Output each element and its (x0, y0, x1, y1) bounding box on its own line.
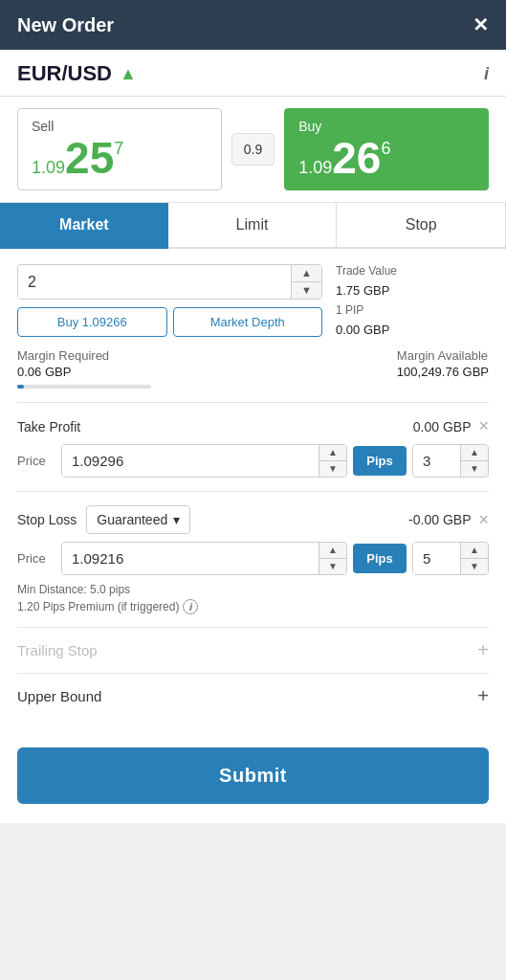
stop-loss-section: Stop Loss Guaranteed ▾ -0.00 GBP × Price… (17, 505, 489, 615)
trailing-stop-add-icon[interactable]: + (477, 639, 489, 661)
stop-loss-value: -0.00 GBP (408, 512, 471, 527)
tp-price-up-button[interactable]: ▲ (319, 445, 346, 461)
upper-bound-add-icon[interactable]: + (477, 685, 489, 707)
separator-2 (17, 491, 489, 492)
tp-pips-down-button[interactable]: ▼ (461, 461, 488, 477)
pair-trend-icon: ▲ (120, 64, 137, 84)
stop-loss-type-dropdown[interactable]: Guaranteed ▾ (86, 505, 190, 534)
take-profit-section: Take Profit 0.00 GBP × Price ▲ ▼ Pips (17, 416, 489, 478)
quantity-buttons: Buy 1.09266 Market Depth (17, 307, 322, 337)
margin-available-label: Margin Available (397, 348, 489, 363)
quantity-down-button[interactable]: ▼ (292, 282, 321, 299)
buy-prefix: 1.09 (298, 159, 332, 176)
margin-required-label: Margin Required (17, 348, 151, 363)
tp-pips-input[interactable] (413, 445, 460, 477)
modal-header: New Order ✕ (0, 0, 506, 50)
modal-title: New Order (17, 14, 114, 36)
spread-box: 0.9 (231, 133, 275, 166)
trade-info: Trade Value 1.75 GBP 1 PIP 0.00 GBP (336, 264, 489, 337)
sl-pips-button[interactable]: Pips (353, 544, 407, 573)
sl-pips-value-wrap: ▲ ▼ (412, 542, 489, 575)
tp-price-down-button[interactable]: ▼ (319, 461, 346, 477)
upper-bound-label: Upper Bound (17, 688, 101, 704)
info-icon[interactable]: i (484, 64, 489, 84)
quantity-stepper: ▲ ▼ (291, 265, 321, 299)
margin-available-value: 100,249.76 GBP (397, 365, 489, 379)
order-type-tabs: Market Limit Stop (0, 203, 506, 249)
take-profit-header-right: 0.00 GBP × (413, 416, 489, 436)
quantity-input[interactable] (18, 266, 291, 299)
quantity-section: ▲ ▼ Buy 1.09266 Market Depth (17, 264, 322, 337)
stop-loss-close-icon[interactable]: × (478, 510, 489, 530)
buy-price-box[interactable]: Buy 1.09 26 6 (284, 108, 489, 190)
stop-loss-header: Stop Loss Guaranteed ▾ -0.00 GBP × (17, 505, 489, 534)
tab-limit[interactable]: Limit (168, 203, 338, 249)
close-button[interactable]: ✕ (473, 13, 489, 36)
take-profit-header: Take Profit 0.00 GBP × (17, 416, 489, 436)
new-order-modal: New Order ✕ EUR/USD ▲ i Sell 1.09 25 7 0… (0, 0, 506, 823)
quantity-input-row: ▲ ▼ (17, 264, 322, 300)
upper-bound-row: Upper Bound + (17, 673, 489, 719)
sell-price-box[interactable]: Sell 1.09 25 7 (17, 108, 222, 190)
take-profit-close-icon[interactable]: × (478, 416, 489, 436)
sell-price-value: 1.09 25 7 (32, 136, 208, 180)
tp-price-input[interactable] (62, 445, 319, 477)
stop-loss-type-value: Guaranteed (97, 512, 167, 527)
sell-main: 25 (65, 136, 114, 180)
submit-area: Submit (0, 734, 506, 823)
sl-pips-stepper: ▲ ▼ (460, 543, 488, 574)
margin-available-section: Margin Available 100,249.76 GBP (397, 348, 489, 379)
take-profit-inputs: Price ▲ ▼ Pips ▲ ▼ (17, 444, 489, 478)
tab-stop[interactable]: Stop (337, 203, 506, 249)
margin-row: Margin Required 0.06 GBP Margin Availabl… (17, 348, 489, 389)
sl-price-down-button[interactable]: ▼ (319, 559, 346, 574)
sl-price-stepper: ▲ ▼ (319, 543, 346, 574)
sl-price-input-wrap: ▲ ▼ (61, 542, 347, 575)
buy-suffix: 6 (381, 140, 390, 157)
pair-row: EUR/USD ▲ i (0, 50, 506, 97)
take-profit-label: Take Profit (17, 419, 80, 434)
stop-loss-header-right: -0.00 GBP × (408, 510, 489, 530)
tp-price-label: Price (17, 454, 55, 468)
tab-market[interactable]: Market (0, 203, 168, 249)
sell-suffix: 7 (114, 140, 123, 157)
buy-price-button[interactable]: Buy 1.09266 (17, 307, 167, 337)
trade-value: 1.75 GBP (336, 283, 489, 298)
separator-1 (17, 402, 489, 403)
market-depth-button[interactable]: Market Depth (173, 307, 323, 337)
premium-info-icon[interactable]: i (183, 599, 198, 614)
price-row: Sell 1.09 25 7 0.9 Buy 1.09 26 6 (0, 97, 506, 203)
tp-pips-button[interactable]: Pips (353, 446, 407, 476)
take-profit-value: 0.00 GBP (413, 419, 472, 434)
qty-info-row: ▲ ▼ Buy 1.09266 Market Depth Trade Value… (17, 264, 489, 337)
sl-pips-down-button[interactable]: ▼ (461, 559, 488, 574)
form-area: ▲ ▼ Buy 1.09266 Market Depth Trade Value… (0, 249, 506, 734)
pair-label: EUR/USD (17, 61, 112, 86)
premium-text: 1.20 Pips Premium (if triggered) (17, 598, 179, 615)
margin-bar (17, 385, 151, 389)
margin-bar-fill (17, 385, 24, 389)
min-distance-note: Min Distance: 5.0 pips 1.20 Pips Premium… (17, 581, 489, 615)
buy-main: 26 (332, 136, 381, 180)
quantity-up-button[interactable]: ▲ (292, 265, 321, 282)
trailing-stop-label: Trailing Stop (17, 642, 98, 658)
optional-fields: Trailing Stop + Upper Bound + (17, 627, 489, 719)
margin-required-value: 0.06 GBP (17, 365, 151, 379)
buy-label: Buy (298, 119, 474, 134)
chevron-down-icon: ▾ (173, 512, 180, 527)
margin-required-section: Margin Required 0.06 GBP (17, 348, 151, 389)
submit-button[interactable]: Submit (17, 747, 489, 804)
sl-price-up-button[interactable]: ▲ (319, 543, 346, 559)
sl-pips-up-button[interactable]: ▲ (461, 543, 488, 559)
tp-pips-value-wrap: ▲ ▼ (412, 444, 489, 478)
buy-price-value: 1.09 26 6 (298, 136, 474, 180)
sl-price-input[interactable] (62, 543, 319, 574)
tp-pips-up-button[interactable]: ▲ (461, 445, 488, 461)
tp-pips-stepper: ▲ ▼ (460, 445, 488, 477)
tp-price-stepper: ▲ ▼ (319, 445, 346, 477)
sl-pips-input[interactable] (413, 543, 460, 574)
stop-loss-label: Stop Loss (17, 512, 77, 527)
stop-loss-inputs: Price ▲ ▼ Pips ▲ ▼ (17, 542, 489, 575)
sl-price-label: Price (17, 551, 55, 566)
sell-label: Sell (32, 119, 208, 134)
